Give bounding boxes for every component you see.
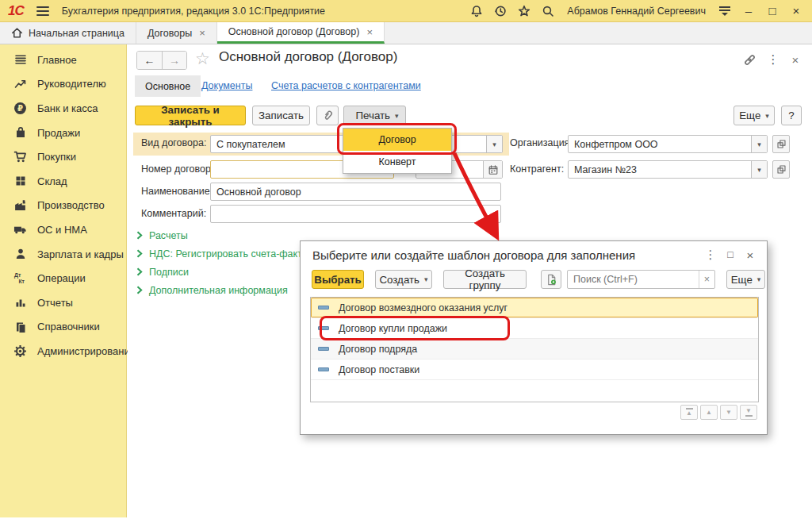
save-and-close-button[interactable]: Записать и закрыть <box>135 106 246 125</box>
sidebar-item-label: ОС и НМА <box>37 224 87 236</box>
back-button[interactable]: ← <box>137 52 162 69</box>
form-tab-dokumenty[interactable]: Документы <box>201 80 252 91</box>
form-tab-osnovnoe[interactable]: Основное <box>135 75 201 97</box>
comment-input[interactable] <box>210 205 501 223</box>
history-icon[interactable] <box>491 2 510 20</box>
section-nds[interactable]: НДС: Регистрировать счета-фактур <box>136 244 312 263</box>
section-raschety[interactable]: Расчеты <box>136 226 188 244</box>
favorite-star-icon[interactable]: ☆ <box>195 49 210 68</box>
combo-dropdown-icon[interactable]: ▾ <box>751 136 767 152</box>
form-tab-scheta-raschetov[interactable]: Счета расчетов с контрагентами <box>271 80 421 91</box>
dialog-more-button[interactable]: Еще ▾ <box>726 270 765 289</box>
tab-close-icon[interactable]: × <box>366 26 373 38</box>
combo-dropdown-icon[interactable]: ▾ <box>486 136 502 152</box>
contract-number-label: Номер договора: <box>141 163 219 175</box>
load-file-icon <box>546 274 557 286</box>
tab-close-icon[interactable]: × <box>199 27 205 39</box>
tab-dogovory[interactable]: Договоры × <box>136 22 217 44</box>
calendar-icon <box>488 164 499 175</box>
sidebar-item-administrirovanie[interactable]: Администрирование <box>0 339 126 363</box>
calendar-button[interactable] <box>483 161 502 178</box>
dialog-kebab-icon[interactable]: ⋮ <box>702 246 719 263</box>
sidebar-item-glavnoe[interactable]: Главное <box>0 48 126 72</box>
sidebar-item-rukovoditelyu[interactable]: Руководителю <box>0 72 126 97</box>
trend-icon <box>13 77 27 90</box>
list-item-vozmezdnogo[interactable]: Договор возмездного оказания услуг <box>311 298 758 318</box>
list-item-postavki[interactable]: Договор поставки <box>311 360 758 380</box>
arrow-up-icon: ▲ <box>686 410 692 417</box>
tab-home[interactable]: Начальная страница <box>0 22 136 44</box>
sidebar-item-pokupki[interactable]: Покупки <box>0 144 126 169</box>
save-button[interactable]: Записать <box>252 106 310 125</box>
sidebar-item-sklad[interactable]: Склад <box>0 169 126 194</box>
section-label: Расчеты <box>149 230 188 241</box>
print-button[interactable]: Печать ▾ <box>343 106 406 125</box>
maximize-button[interactable]: □ <box>763 2 782 20</box>
service-menu-icon[interactable] <box>715 2 734 20</box>
search-field[interactable]: × <box>567 270 715 289</box>
sidebar-item-spravochniki[interactable]: Справочники <box>0 315 126 340</box>
select-button[interactable]: Выбрать <box>312 270 364 289</box>
get-link-icon[interactable] <box>741 51 758 68</box>
attachments-button[interactable] <box>316 106 339 125</box>
print-menu-item-konvert[interactable]: Конверт <box>343 151 451 173</box>
go-next-button[interactable]: ▼ <box>720 405 737 420</box>
page-title: Основной договор (Договор) <box>219 49 397 65</box>
name-label: Наименование: <box>141 186 213 197</box>
bag-icon <box>13 126 27 140</box>
sidebar-item-os-i-nma[interactable]: ОС и НМА <box>0 217 126 242</box>
combo-dropdown-icon[interactable]: ▾ <box>751 161 767 178</box>
tab-osnovnoy-dogovor[interactable]: Основной договор (Договор) × <box>217 22 385 44</box>
counterparty-value: Магазин №23 <box>569 164 751 175</box>
counterparty-open-button[interactable] <box>772 160 790 179</box>
chevron-down-icon: ▾ <box>765 112 769 120</box>
current-user-name[interactable]: Абрамов Геннадий Сергеевич <box>567 6 706 17</box>
boxes-icon <box>13 175 27 188</box>
person-icon <box>13 248 27 261</box>
print-dropdown-menu: Договор Конверт <box>343 128 452 174</box>
list-item-podryada[interactable]: Договор подряда <box>311 339 758 360</box>
create-group-button[interactable]: Создать группу <box>443 270 527 289</box>
section-dop-informaciya[interactable]: Дополнительная информация <box>136 281 288 299</box>
minimize-button[interactable]: – <box>739 2 758 20</box>
close-window-button[interactable]: × <box>787 2 806 20</box>
organization-field[interactable]: Конфетпром ООО ▾ <box>568 135 768 153</box>
sidebar-item-label: Продажи <box>37 127 80 139</box>
dialog-maximize-button[interactable]: □ <box>722 246 739 263</box>
sidebar-item-bank-i-kassa[interactable]: ₽ Банк и касса <box>0 96 126 121</box>
favorites-star-icon[interactable] <box>515 2 534 20</box>
dialog-close-button[interactable]: × <box>741 246 759 263</box>
svg-text:₽: ₽ <box>17 104 23 113</box>
tab-label: Договоры <box>147 28 192 39</box>
name-input[interactable] <box>210 183 501 201</box>
svg-text:Кт: Кт <box>18 279 25 285</box>
more-button[interactable]: Еще ▾ <box>733 106 775 125</box>
help-button[interactable]: ? <box>781 106 802 125</box>
search-icon[interactable] <box>538 2 557 20</box>
load-template-button[interactable] <box>541 270 561 289</box>
close-form-button[interactable]: × <box>787 51 804 68</box>
sidebar-item-proizvodstvo[interactable]: Производство <box>0 194 126 218</box>
forward-button[interactable]: → <box>162 52 186 69</box>
clear-search-icon[interactable]: × <box>699 271 714 288</box>
sidebar-item-operacii[interactable]: ДтКт Операции <box>0 266 126 290</box>
sidebar-item-label: Справочники <box>37 321 100 333</box>
go-prev-button[interactable]: ▲ <box>700 405 718 420</box>
sidebar-item-otchety[interactable]: Отчеты <box>0 290 126 315</box>
sidebar-item-zarplata-i-kadry[interactable]: Зарплата и кадры <box>0 242 126 267</box>
organization-open-button[interactable] <box>772 135 790 153</box>
create-button[interactable]: Создать ▾ <box>375 270 432 289</box>
sidebar-item-prodazhi[interactable]: Продажи <box>0 121 126 145</box>
print-menu-item-dogovor[interactable]: Договор <box>343 129 451 151</box>
more-kebab-icon[interactable]: ⋮ <box>764 51 782 68</box>
counterparty-field[interactable]: Магазин №23 ▾ <box>568 160 768 179</box>
go-last-button[interactable]: ▼ <box>740 405 757 420</box>
notifications-bell-icon[interactable] <box>467 2 486 20</box>
main-menu-icon[interactable] <box>36 6 49 16</box>
factory-icon <box>13 198 27 212</box>
arrow-up-icon: ▲ <box>706 410 712 416</box>
search-input[interactable] <box>568 274 699 285</box>
go-first-button[interactable]: ▲ <box>680 405 698 420</box>
list-item-kupli-prodazhi[interactable]: Договор купли продажи <box>311 318 758 339</box>
section-podpisi[interactable]: Подписи <box>136 263 189 281</box>
